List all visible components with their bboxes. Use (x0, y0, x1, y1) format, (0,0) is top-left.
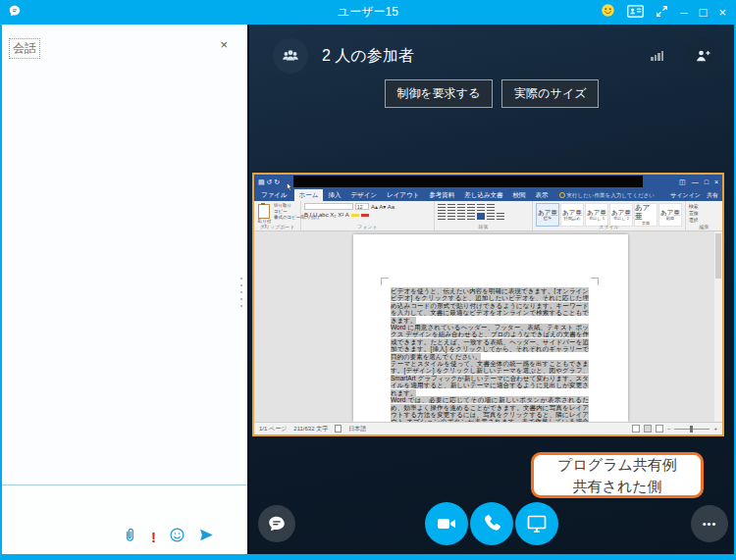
print-layout-icon (644, 425, 652, 433)
panel-resize-handle[interactable] (240, 278, 242, 307)
page-count: 1/1 ページ (259, 425, 287, 433)
window-titlebar: ユーザー15 – □ × (0, 0, 736, 25)
emoticon-picker-icon[interactable] (169, 527, 185, 547)
fullscreen-icon[interactable] (656, 4, 668, 22)
tab-mailings: 差し込み文書 (459, 189, 507, 201)
participants-count-label: 2 人の参加者 (322, 46, 414, 67)
importance-icon[interactable]: ! (151, 530, 156, 544)
tell-me-bulb-icon (559, 192, 565, 198)
emoticon-icon[interactable] (601, 3, 615, 22)
word-minimize-icon: — (692, 178, 699, 185)
zoom-in-icon: + (713, 426, 717, 432)
conversation-panel: 会話 × ! (2, 25, 247, 554)
margin-marker (591, 278, 599, 285)
tab-insert: 挿入 (323, 189, 345, 201)
ribbon-group-paragraph: 段落 (435, 201, 533, 230)
web-layout-icon (656, 425, 663, 433)
zoom-out-icon: − (667, 426, 671, 432)
callout-line1: プログラム共有例 (557, 454, 677, 476)
tell-me-label: 実行したい作業を入力してください (567, 192, 655, 199)
ribbon-group-clipboard: 貼り付け 切り取り コピー 書式のコピー/貼り付け クリップボード (254, 201, 301, 230)
document-text: ビデオを使うと、伝えたい内容を明確に表現できます。[オンライン ビデオ] をクリ… (391, 287, 589, 422)
word-ribbon-tabs: ファイル ホーム 挿入 デザイン レイアウト 参考資料 差し込み文書 校閲 表示… (254, 189, 722, 201)
ribbon-group-styles: あア亜標準 あア亜行間詰め あア亜見出し 1 あア亜見出し 2 あア亜表題 あア… (533, 201, 686, 230)
word-close-icon: × (714, 178, 718, 185)
participants-icon[interactable] (273, 38, 308, 74)
mouse-pointer-icon (287, 178, 292, 195)
annotation-callout: プログラム共有例 共有された側 (531, 452, 704, 498)
word-page: ビデオを使うと、伝えたい内容を明確に表現できます。[オンライン ビデオ] をクリ… (353, 234, 628, 422)
close-button[interactable]: × (718, 6, 726, 19)
minimize-button[interactable]: – (680, 6, 687, 19)
word-titlebar: ▤ ↺ ↻ ◫ — □ × (254, 175, 722, 189)
callout-line2: 共有された側 (572, 476, 661, 497)
skype-call-window: ユーザー15 – □ × 会話 × (0, 0, 736, 560)
word-share-label: 共有 (707, 191, 718, 200)
word-status-bar: 1/1 ページ 211/632 文字 日本語 − + (254, 422, 722, 434)
tab-view: 表示 (531, 189, 553, 201)
word-ribbon: 貼り付け 切り取り コピー 書式のコピー/貼り付け クリップボード 12A▴ A… (254, 201, 722, 231)
send-message-icon[interactable] (198, 527, 215, 547)
conversation-panel-title: 会話 (9, 38, 40, 59)
read-mode-icon (632, 425, 640, 433)
tab-references: 参考資料 (424, 189, 459, 201)
call-button[interactable] (470, 502, 513, 545)
network-quality-icon (651, 51, 663, 61)
video-button[interactable] (425, 502, 468, 545)
zoom-slider (674, 429, 710, 430)
language-label: 日本語 (348, 425, 366, 433)
participants-header: 2 人の参加者 (273, 36, 720, 76)
word-signin-label: サインイン (670, 191, 701, 200)
word-document-area: ビデオを使うと、伝えたい内容を明確に表現できます。[オンライン ビデオ] をクリ… (254, 231, 722, 422)
ribbon-group-font: 12A▴ A▾ Aa B I U abc X₂ X² A フォント (301, 201, 435, 230)
add-participant-button[interactable] (685, 38, 720, 74)
paste-icon (258, 204, 270, 219)
conversation-history (2, 64, 247, 481)
im-toggle-button[interactable] (258, 505, 295, 542)
word-count: 211/632 文字 (293, 425, 328, 433)
word-quick-access-toolbar: ▤ ↺ ↻ (254, 178, 280, 186)
more-options-button[interactable]: ••• (691, 505, 728, 542)
tab-review: 校閲 (508, 189, 531, 201)
actual-size-button[interactable]: 実際のサイズ (501, 79, 599, 108)
conversation-close-icon[interactable]: × (220, 38, 228, 51)
screen-share-button[interactable] (515, 502, 558, 545)
maximize-button[interactable]: □ (700, 6, 708, 19)
tab-home: ホーム (294, 189, 324, 201)
contact-card-icon[interactable] (627, 4, 644, 22)
shared-screen-word-window[interactable]: ▤ ↺ ↻ ◫ — □ × ファイル ホーム 挿入 (252, 173, 724, 436)
message-input-area[interactable]: ! (2, 484, 247, 554)
proofing-icon (335, 425, 342, 433)
request-control-button[interactable]: 制御を要求する (385, 79, 494, 108)
call-stage: 2 人の参加者 制御を要求する 実際のサイズ ▤ ↺ ↻ (247, 25, 734, 554)
tab-layout: レイアウト (382, 189, 424, 201)
margin-marker (381, 278, 389, 285)
attach-file-icon[interactable] (122, 527, 138, 547)
tab-design: デザイン (345, 189, 382, 201)
document-title-redaction (293, 176, 643, 187)
word-scrollbar (713, 231, 722, 422)
ribbon-group-editing: 検索 置換 選択 編集 (686, 201, 722, 230)
ribbon-display-options-icon: ◫ (679, 178, 686, 186)
word-restore-icon: □ (705, 178, 709, 185)
